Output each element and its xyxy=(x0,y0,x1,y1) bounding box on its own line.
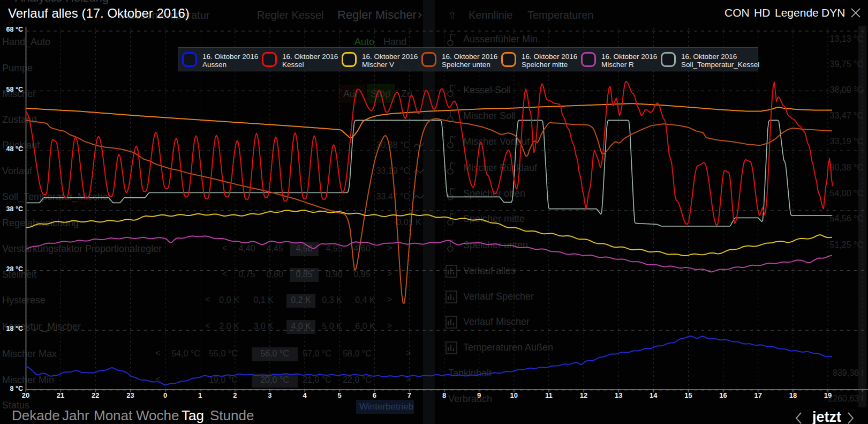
svg-text:10: 10 xyxy=(510,391,518,399)
svg-text:16: 16 xyxy=(719,391,727,399)
svg-text:17: 17 xyxy=(754,391,761,399)
svg-text:28 °C: 28 °C xyxy=(6,265,23,273)
svg-text:6: 6 xyxy=(373,391,376,399)
svg-text:7: 7 xyxy=(407,391,411,399)
svg-text:2: 2 xyxy=(233,391,237,399)
svg-text:8 °C: 8 °C xyxy=(10,385,23,392)
svg-text:19: 19 xyxy=(824,391,832,399)
svg-text:0: 0 xyxy=(163,391,167,399)
svg-text:15: 15 xyxy=(684,391,692,399)
svg-text:68 °C: 68 °C xyxy=(6,26,23,33)
svg-text:18 °C: 18 °C xyxy=(6,325,23,332)
svg-text:1: 1 xyxy=(198,391,202,399)
svg-text:4: 4 xyxy=(303,391,307,399)
svg-text:21: 21 xyxy=(57,391,64,399)
svg-text:22: 22 xyxy=(92,391,99,399)
svg-text:13: 13 xyxy=(615,391,622,399)
svg-text:58 °C: 58 °C xyxy=(6,86,23,93)
svg-text:12: 12 xyxy=(580,391,587,399)
svg-text:20: 20 xyxy=(22,391,29,399)
svg-text:5: 5 xyxy=(338,391,342,399)
svg-text:9: 9 xyxy=(477,391,481,399)
svg-text:38 °C: 38 °C xyxy=(6,205,23,213)
svg-text:14: 14 xyxy=(650,391,658,399)
svg-text:23: 23 xyxy=(126,391,134,399)
svg-text:48 °C: 48 °C xyxy=(6,145,23,153)
svg-text:18: 18 xyxy=(789,391,797,399)
svg-text:11: 11 xyxy=(545,391,553,399)
svg-text:8: 8 xyxy=(442,391,446,399)
svg-text:3: 3 xyxy=(268,391,271,399)
